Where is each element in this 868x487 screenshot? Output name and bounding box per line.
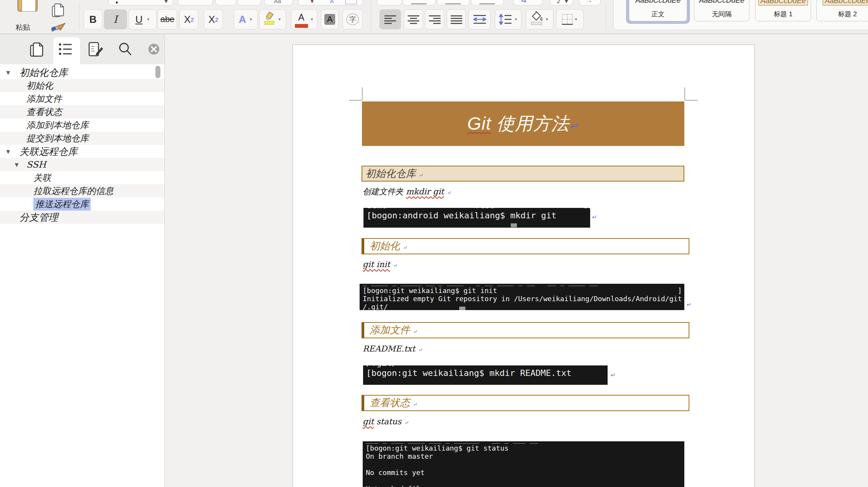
code-line: On branch master <box>363 452 684 460</box>
review-pane-icon[interactable] <box>88 42 104 59</box>
code-line: [bogon:git weikailiang$ mkdir README.txt <box>363 368 608 378</box>
outline-item-label: 添加到本地仓库 <box>26 119 89 131</box>
char-shading-a: A <box>324 14 336 25</box>
outline-item-5[interactable]: 添加到本地仓库 <box>0 118 179 132</box>
borders-button[interactable]: ▼ <box>556 9 584 29</box>
body-paragraph[interactable]: git status↵ <box>363 416 408 428</box>
outline-item-8[interactable]: ▼SSH <box>0 158 179 171</box>
underline-button[interactable]: U ▼ <box>129 9 157 29</box>
sidebar-scrollbar-thumb[interactable] <box>155 66 160 78</box>
borders-caret-icon[interactable]: ▼ <box>574 17 578 21</box>
multilevel-list-button[interactable] <box>471 0 504 5</box>
font-size-input[interactable] <box>178 0 213 5</box>
character-shading-button[interactable]: A <box>321 9 339 29</box>
bullet-list-button[interactable] <box>403 0 436 5</box>
text-effects-caret-icon[interactable]: ▼ <box>249 17 253 21</box>
superscript-button[interactable]: X 2 <box>204 9 223 29</box>
italic-button[interactable]: I <box>104 9 127 29</box>
font-color-button[interactable]: A ▼ <box>291 9 317 29</box>
line-spacing-caret-icon[interactable]: ▼ <box>514 17 518 21</box>
image-resize-handle[interactable] <box>459 307 465 310</box>
outline-item-4[interactable]: 查看状态 <box>0 105 179 118</box>
outline-item-6[interactable]: 提交到本地仓库 <box>0 132 179 145</box>
shrink-font-button[interactable] <box>237 0 261 5</box>
font-color-caret-icon[interactable]: ▼ <box>310 17 314 21</box>
collapse-triangle-icon[interactable]: ▼ <box>6 70 10 75</box>
body-paragraph[interactable]: git init↵ <box>363 259 397 271</box>
sidebar-tab-bar <box>0 34 164 64</box>
font-name-select[interactable]: ▼ <box>108 0 173 5</box>
heading2-box-addfile[interactable]: 添加文件↵ <box>362 322 689 338</box>
heading2-box-status[interactable]: 查看状态↵ <box>362 395 689 411</box>
style-option-标题 1[interactable]: AaBbCcDdEe标题 1 <box>755 0 811 21</box>
terminal-screenshot-mkdir-readme[interactable]: /.git/ [bogon:git weikailiang$ mkdir REA… <box>363 365 608 385</box>
outline-item-label: 关联 <box>33 172 51 184</box>
collapse-triangle-icon[interactable]: ▼ <box>15 162 19 168</box>
change-case-button[interactable]: Aa <box>264 0 293 5</box>
outline-pane-icon[interactable] <box>59 42 72 58</box>
terminal-screenshot-git-status[interactable]: ___ _ ___ ____ ___ _ ______ __ _ ___ __ … <box>363 441 684 487</box>
subscript-button[interactable]: X 2 <box>179 9 198 29</box>
strike-label: abe <box>160 14 175 24</box>
strikethrough-button[interactable]: abe <box>158 9 177 29</box>
terminal-screenshot-git-init[interactable]: _ ____ _ _____ __ _ ____ _ __ ____ _ __ … <box>360 284 684 310</box>
margin-mark-right-vertical <box>684 87 685 100</box>
outline-item-7[interactable]: ▼关联远程仓库 <box>0 145 172 158</box>
margin-mark-right-horizontal <box>685 100 698 101</box>
copy-icon[interactable] <box>52 3 65 19</box>
body-paragraph[interactable]: README.txt↵ <box>363 343 422 355</box>
underline-caret-icon[interactable]: ▼ <box>146 17 150 21</box>
outline-item-1[interactable]: ▼初始化仓库 <box>0 66 172 79</box>
cropped-line: /.git/ <box>363 365 608 368</box>
bold-button[interactable]: B <box>84 9 102 29</box>
align-left-button[interactable] <box>379 9 401 29</box>
heading2-box-init[interactable]: 初始化↵ <box>362 238 689 254</box>
paragraph-mark: ↵ <box>418 172 423 178</box>
line-spacing-button[interactable]: ▼ <box>495 9 522 29</box>
text-effects-button[interactable]: A ▼ <box>234 9 258 29</box>
collapse-triangle-icon[interactable]: ▼ <box>6 149 10 154</box>
image-resize-handle[interactable] <box>511 223 517 227</box>
enclose-characters-button[interactable]: 字 <box>343 9 363 29</box>
grow-font-button[interactable] <box>215 0 236 5</box>
sort-button[interactable]: 2 ▼ <box>550 0 573 5</box>
thumbnails-icon[interactable] <box>30 42 44 59</box>
outline-item-12[interactable]: 分支管理 <box>0 211 172 224</box>
style-option-无间隔[interactable]: AaBbCcDdEe无间隔 <box>694 0 749 21</box>
justify-button[interactable] <box>447 9 466 29</box>
format-painter-icon[interactable] <box>50 22 66 34</box>
align-center-button[interactable] <box>404 9 423 29</box>
code-line: [bogon:git weikailiang$ git status <box>363 444 684 452</box>
style-option-正文[interactable]: AaBbCcDdEe正文 <box>629 0 687 21</box>
style-option-标题 2[interactable]: AaBbCcDdEe标题 2 <box>816 0 868 21</box>
pinyin-button[interactable] <box>377 0 402 5</box>
highlight-color-button[interactable]: ▼ <box>259 9 286 29</box>
heading1-box[interactable]: 初始化仓库↵ <box>362 166 684 182</box>
paste-button-label[interactable]: 粘贴 <box>16 22 30 33</box>
paragraph-mark-toggle[interactable]: → <box>579 0 601 5</box>
align-right-button[interactable] <box>425 9 444 29</box>
phonetic-guide-group[interactable]: ▼ A <box>298 0 363 5</box>
outline-item-11[interactable]: 推送远程仓库 <box>0 197 186 211</box>
highlighter-icon <box>264 11 276 28</box>
shading-button[interactable]: ▼ <box>526 9 553 29</box>
outline-item-10[interactable]: 拉取远程仓库的信息 <box>0 184 186 197</box>
outline-item-label: 查看状态 <box>26 106 62 118</box>
paste-icon[interactable] <box>17 0 38 12</box>
search-icon[interactable] <box>118 42 132 58</box>
close-pane-icon[interactable] <box>148 43 160 57</box>
style-preview-text: AaBbCcDdEe <box>635 0 680 5</box>
body-paragraph[interactable]: 创建文件夹 mkdir git↵ <box>363 186 451 198</box>
outline-item-9[interactable]: 关联 <box>0 171 186 184</box>
indent-arrows-button[interactable]: ⇆ <box>513 0 542 5</box>
number-list-button[interactable] <box>437 0 470 5</box>
title-banner[interactable]: Git 使用方法↵ <box>362 101 684 146</box>
paragraph-mark: ↵ <box>418 347 422 353</box>
distribute-text-button[interactable] <box>468 9 491 29</box>
terminal-screenshot-mkdir-git[interactable]: demo floo loo [bogon:android weikailiang… <box>363 208 590 228</box>
shading-caret-icon[interactable]: ▼ <box>545 17 549 21</box>
outline-item-2[interactable]: 初始化 <box>0 79 179 92</box>
text-effects-a: A <box>239 14 246 26</box>
outline-item-3[interactable]: 添加文件 <box>0 92 179 105</box>
highlight-caret-icon[interactable]: ▼ <box>278 17 281 21</box>
